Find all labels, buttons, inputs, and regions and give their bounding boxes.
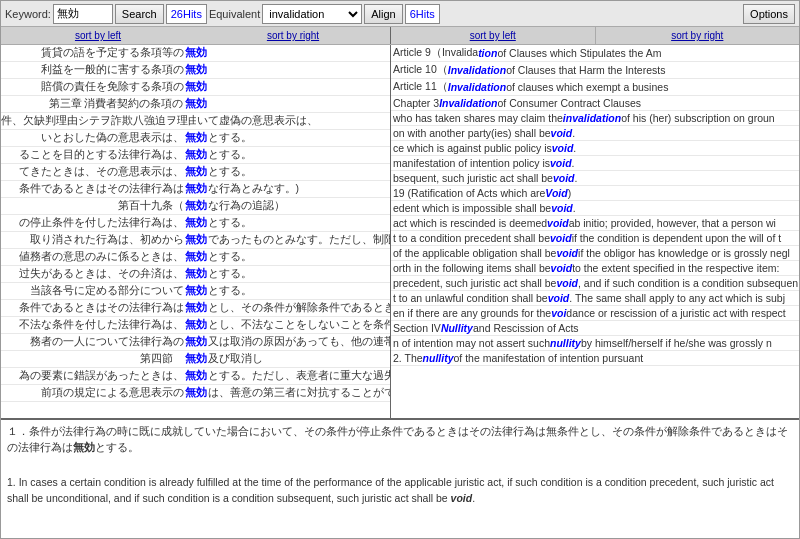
keyword-highlight: 無効 [185,182,207,196]
right-concordance-line[interactable]: on with another party(ies) shall be void… [391,126,799,141]
keyword-highlight: 無効 [185,369,207,383]
right-concordance-line[interactable]: act which is rescinded is deemed void ab… [391,216,799,231]
keyword-highlight: nullity [550,337,581,349]
right-concordance-line[interactable]: bsequent, such juristic act shall be voi… [391,171,799,186]
left-pane[interactable]: 賃貸の語を予定する条項等の無効利益を一般的に害する条項の無効賠償の責任を免除する… [1,45,391,418]
keyword-highlight: 無効 [185,301,207,315]
keyword-highlight: 無効 [185,335,207,349]
keyword-highlight: 無効 [185,352,207,366]
keyword-highlight: void [551,127,573,139]
right-concordance-line[interactable]: t to a condition precedent shall be void… [391,231,799,246]
left-sort-left[interactable]: sort by left [1,30,195,41]
keyword-label: Keyword: [5,8,51,20]
keyword-highlight: tion [478,47,497,59]
left-concordance-line[interactable]: 件、欠缺判理由シテヲ詐欺八強迫ヲ理由トシテトあいて虚偽の意思表示は、 [1,113,390,130]
left-concordance-line[interactable]: 不法な条件を付した法律行為は、無効とし、不法なことをしないことを条件とする [1,317,390,334]
ja-translation: １．条件が法律行為の時に既に成就していた場合において、その条件が停止条件であると… [7,424,793,456]
keyword-highlight: void [553,172,575,184]
search-button[interactable]: Search [115,4,164,24]
right-concordance-line[interactable]: Article 10（Invalidation of Clauses that … [391,62,799,79]
align-button[interactable]: Align [364,4,402,24]
right-concordance-line[interactable]: Article 11（Invalidation of clauses which… [391,79,799,96]
left-concordance-line[interactable]: 為の要素に錯誤があったときは、無効とする。ただし、表意者に重大な過失があった [1,368,390,385]
keyword-highlight: 無効 [185,318,207,332]
keyword-highlight: 無効 [185,46,207,60]
left-concordance-line[interactable]: 前項の規定による意思表示の無効は、善意の第三者に対抗することができない。 [1,385,390,402]
keyword-highlight: 無効 [185,80,207,94]
right-concordance-line[interactable]: manifestation of intention policy is voi… [391,156,799,171]
keyword-highlight: 無効 [185,131,207,145]
left-concordance-line[interactable]: いとおした偽の意思表示は、無効とする。 [1,130,390,147]
keyword-highlight: invalidation [563,112,621,124]
right-concordance-line[interactable]: edent which is impossible shall be void. [391,201,799,216]
keyword-input[interactable] [53,4,113,24]
right-concordance-line[interactable]: who has taken shares may claim the inval… [391,111,799,126]
keyword-highlight: 無効 [185,199,207,213]
keyword-highlight: 無効 [185,250,207,264]
right-concordance-line[interactable]: n of intention may not assert such nulli… [391,336,799,351]
keyword-highlight: 無効 [185,97,207,111]
keyword-highlight: void [556,247,578,259]
toolbar: Keyword: Search 26Hits Equivalent invali… [1,1,799,27]
keyword-highlight: 無効 [185,148,207,162]
left-concordance-line[interactable]: ることを目的とする法律行為は、無効とする。 [1,147,390,164]
right-sort-left[interactable]: sort by left [391,27,595,44]
keyword-highlight: Void [545,187,567,199]
keyword-highlight: 無効 [185,165,207,179]
keyword-highlight: Invalidation [439,97,497,109]
bottom-panel: １．条件が法律行為の時に既に成就していた場合において、その条件が停止条件であると… [1,418,799,538]
keyword-highlight: Invalidation [448,81,506,93]
right-concordance-line[interactable]: ce which is against public policy is voi… [391,141,799,156]
right-sort-right[interactable]: sort by right [596,27,800,44]
right-concordance-line[interactable]: t to an unlawful condition shall be void… [391,291,799,306]
left-concordance-line[interactable]: 条件であるときはその法律行為は無効な行為とみなす。) [1,181,390,198]
left-concordance-line[interactable]: 条件であるときはその法律行為は無効とし、その条件が解除条件であるときはその [1,300,390,317]
keyword-highlight: nullity [423,352,454,364]
left-concordance-line[interactable]: 賠償の責任を免除する条項の無効 [1,79,390,96]
keyword-highlight: 無効 [185,233,207,247]
keyword-highlight: Invalidation [448,64,506,76]
keyword-highlight: 無効 [185,267,207,281]
keyword-highlight: Nullity [441,322,473,334]
left-concordance-line[interactable]: 第四節 無効及び取消し [1,351,390,368]
right-concordance-line[interactable]: 2. The nullity of the manifestation of i… [391,351,799,366]
keyword-highlight: void [548,292,570,304]
right-concordance-line[interactable]: Chapter 3 Invalidation of Consumer Contr… [391,96,799,111]
left-concordance-line[interactable]: 第百十九条（無効な行為の追認） [1,198,390,215]
left-concordance-line[interactable]: 第三章 消費者契約の条項の無効 [1,96,390,113]
right-concordance-line[interactable]: Article 9（Invalidation of Clauses which … [391,45,799,62]
left-concordance-line[interactable]: 務者の一人について法律行為の無効又は取消の原因があっても、他の連帯債務 [1,334,390,351]
column-headers: sort by left sort by right sort by left … [1,27,799,45]
right-concordance-line[interactable]: 19 (Ratification of Acts which are Void) [391,186,799,201]
main-window: Keyword: Search 26Hits Equivalent invali… [0,0,800,539]
content-area: 賃貸の語を予定する条項等の無効利益を一般的に害する条項の無効賠償の責任を免除する… [1,45,799,418]
left-concordance-line[interactable]: てきたときは、その意思表示は、無効とする。 [1,164,390,181]
keyword-highlight: void [556,277,578,289]
right-concordance-line[interactable]: precedent, such juristic act shall be vo… [391,276,799,291]
right-concordance-line[interactable]: en if there are any grounds for the void… [391,306,799,321]
left-concordance-line[interactable]: 賃貸の語を予定する条項等の無効 [1,45,390,62]
keyword-highlight: void [551,262,573,274]
equivalent-select[interactable]: invalidation void nullity [262,4,362,24]
right-pane[interactable]: Article 9（Invalidation of Clauses which … [391,45,799,418]
keyword-highlight: void [552,142,574,154]
keyword-highlight: void [551,202,573,214]
right-concordance-line[interactable]: orth in the following items shall be voi… [391,261,799,276]
equivalent-label: Equivalent [209,8,260,20]
options-button[interactable]: Options [743,4,795,24]
right-concordance-line[interactable]: Section IV Nullity and Rescission of Act… [391,321,799,336]
left-concordance-line[interactable]: 取り消された行為は、初めから無効であったものとみなす。ただし、制限行為能力 [1,232,390,249]
left-concordance-line[interactable]: 当該各号に定める部分について無効とする。 [1,283,390,300]
en-translation: 1. In cases a certain condition is alrea… [7,475,793,507]
keyword-highlight: 無効 [185,216,207,230]
left-concordance-line[interactable]: 过失があるときは、その弁済は、無効とする。 [1,266,390,283]
keyword-highlight: 無効 [185,63,207,77]
left-concordance-line[interactable]: の停止条件を付した法律行為は、無効とする。 [1,215,390,232]
left-sort-right[interactable]: sort by right [196,30,390,41]
right-concordance-line[interactable]: of the applicable obligation shall be vo… [391,246,799,261]
hits-right-count: 6Hits [405,4,440,24]
left-concordance-line[interactable]: 利益を一般的に害する条項の無効 [1,62,390,79]
left-concordance-line[interactable]: 値務者の意思のみに係るときは、無効とする。 [1,249,390,266]
keyword-highlight: void [547,217,569,229]
keyword-highlight: 無効 [185,386,207,400]
